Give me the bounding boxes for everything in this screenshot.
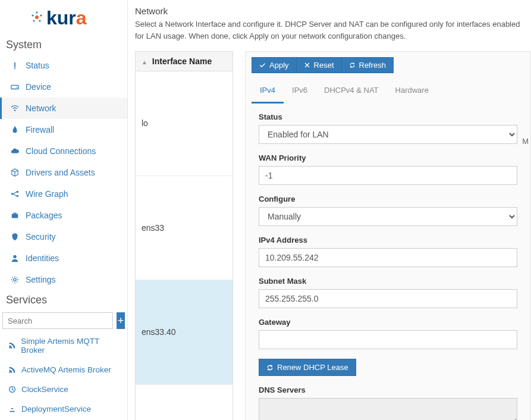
- interface-table-header[interactable]: ▲ Interface Name: [136, 52, 233, 71]
- search-input[interactable]: [2, 312, 113, 329]
- sidebar: kura System Status Device Network Firewa…: [0, 0, 128, 420]
- interface-row[interactable]: ens33: [136, 175, 233, 280]
- svg-point-0: [35, 15, 39, 19]
- nav-item-security[interactable]: Security: [0, 226, 127, 247]
- nav-item-firewall[interactable]: Firewall: [0, 119, 127, 140]
- rss-icon: [8, 341, 16, 350]
- nav-item-packages[interactable]: Packages: [0, 205, 127, 226]
- wan-priority-input: [259, 166, 517, 185]
- tab-bar: IPv4 IPv6 DHCPv4 & NAT Hardware: [246, 79, 530, 104]
- svg-point-2: [40, 14, 42, 16]
- nav-item-device[interactable]: Device: [0, 76, 127, 98]
- services-search-row: +: [0, 310, 127, 331]
- svg-rect-6: [14, 62, 15, 68]
- reset-button[interactable]: Reset: [296, 57, 342, 73]
- svg-point-4: [39, 20, 40, 21]
- service-item[interactable]: Simple Artemis MQTT Broker: [0, 331, 127, 360]
- svg-rect-15: [13, 213, 16, 214]
- nav-label: Security: [26, 232, 56, 242]
- svg-point-5: [36, 11, 37, 13]
- service-item[interactable]: ClockService: [0, 380, 127, 399]
- svg-point-12: [17, 191, 19, 193]
- interface-row[interactable]: lo: [136, 71, 233, 176]
- add-service-button[interactable]: +: [117, 312, 125, 329]
- interface-header-text: Interface Name: [152, 57, 212, 66]
- svg-point-18: [9, 347, 10, 348]
- logo-icon: [30, 7, 44, 29]
- refresh-button[interactable]: Refresh: [341, 57, 394, 73]
- nav-label: Cloud Connections: [26, 146, 96, 156]
- service-item[interactable]: ActiveMQ Artemis Broker: [0, 360, 127, 380]
- nav-item-wire-graph[interactable]: Wire Graph: [0, 183, 127, 205]
- shield-icon: [10, 232, 20, 242]
- svg-point-16: [13, 255, 16, 258]
- subnet-input[interactable]: [259, 289, 517, 308]
- status-select[interactable]: Enabled for LAN: [259, 125, 517, 144]
- nav-label: Firewall: [26, 125, 54, 134]
- side-hint: M: [522, 137, 529, 146]
- gateway-input: [259, 330, 517, 349]
- nav-label: Drivers and Assets: [26, 168, 95, 177]
- svg-point-1: [32, 14, 33, 16]
- graph-icon: [10, 189, 20, 199]
- dns-textarea: [259, 398, 517, 420]
- close-icon: [304, 62, 310, 68]
- main-content: Network Select a Network Interface and c…: [128, 0, 531, 420]
- renew-dhcp-button[interactable]: Renew DHCP Lease: [259, 359, 356, 376]
- logo: kura: [0, 0, 127, 35]
- sort-asc-icon: ▲: [142, 59, 147, 65]
- cube-icon: [10, 168, 20, 177]
- svg-rect-14: [12, 214, 18, 218]
- logo-text: kura: [46, 7, 87, 29]
- download-icon: [8, 405, 17, 413]
- service-label: ClockService: [21, 385, 68, 394]
- interface-row[interactable]: ens33.40: [136, 280, 233, 385]
- service-item[interactable]: DeploymentService: [0, 399, 127, 419]
- services-list: Simple Artemis MQTT Broker ActiveMQ Arte…: [0, 331, 127, 420]
- nav-item-network[interactable]: Network: [0, 98, 127, 119]
- cloud-icon: [10, 146, 20, 156]
- nav-label: Network: [26, 104, 56, 113]
- button-label: Renew DHCP Lease: [277, 363, 348, 372]
- button-label: Reset: [314, 61, 334, 70]
- page-description: Select a Network Interface and configure…: [135, 18, 531, 42]
- rss-icon: [8, 366, 17, 374]
- nav-item-drivers[interactable]: Drivers and Assets: [0, 162, 127, 183]
- svg-point-17: [14, 278, 16, 281]
- button-bar: Apply Reset Refresh: [246, 52, 530, 79]
- gateway-label: Gateway: [259, 318, 517, 327]
- hdd-icon: [10, 82, 20, 92]
- config-panel: Apply Reset Refresh IPv4 IPv6 DHCPv4 & N…: [245, 51, 531, 420]
- page-title: Network: [135, 6, 531, 16]
- service-label: Simple Artemis MQTT Broker: [21, 337, 119, 355]
- svg-point-13: [17, 195, 19, 198]
- refresh-icon: [266, 364, 274, 371]
- check-icon: [259, 62, 266, 68]
- nav-item-settings[interactable]: Settings: [0, 269, 127, 290]
- nav-label: Device: [26, 82, 51, 92]
- svg-point-9: [17, 87, 18, 88]
- nav-item-status[interactable]: Status: [0, 55, 127, 76]
- tab-dhcp-nat[interactable]: DHCPv4 & NAT: [316, 79, 387, 104]
- nav-label: Status: [26, 61, 49, 70]
- nav-label: Settings: [26, 275, 56, 284]
- tab-ipv6[interactable]: IPv6: [284, 79, 316, 104]
- wifi-icon: [10, 104, 20, 113]
- form-body: Status Enabled for LAN WAN Priority Conf…: [246, 104, 530, 420]
- button-label: Refresh: [359, 61, 387, 70]
- configure-select[interactable]: Manually: [259, 207, 517, 226]
- nav-item-identities[interactable]: Identities: [0, 247, 127, 269]
- apply-button[interactable]: Apply: [252, 57, 297, 73]
- wan-priority-label: WAN Priority: [259, 153, 517, 162]
- tab-hardware[interactable]: Hardware: [387, 79, 437, 104]
- ipv4-address-input[interactable]: [259, 248, 517, 267]
- nav-heading-services: Services: [0, 290, 127, 310]
- svg-point-3: [33, 20, 34, 21]
- subnet-label: Subnet Mask: [259, 277, 517, 286]
- ipv4-address-label: IPv4 Address: [259, 236, 517, 245]
- tab-ipv4[interactable]: IPv4: [252, 79, 284, 104]
- info-icon: [10, 61, 20, 70]
- nav-item-cloud[interactable]: Cloud Connections: [0, 140, 127, 162]
- interface-row[interactable]: ens34: [136, 384, 233, 420]
- service-label: ActiveMQ Artemis Broker: [21, 365, 111, 374]
